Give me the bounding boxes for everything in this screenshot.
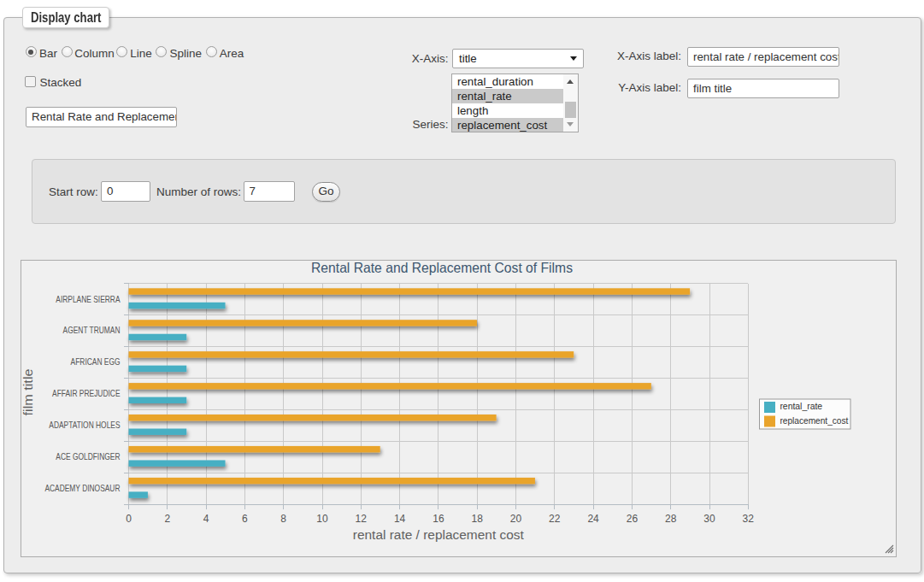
svg-text:AFRICAN EGG: AFRICAN EGG — [71, 356, 121, 367]
svg-text:4: 4 — [203, 513, 209, 525]
svg-text:AIRPLANE SIERRA: AIRPLANE SIERRA — [56, 294, 120, 304]
svg-text:12: 12 — [356, 513, 368, 525]
svg-text:rental rate / replacement cost: rental rate / replacement cost — [353, 527, 525, 542]
svg-text:AGENT TRUMAN: AGENT TRUMAN — [63, 325, 121, 335]
svg-text:18: 18 — [472, 513, 484, 525]
svg-text:16: 16 — [433, 513, 444, 525]
svg-text:20: 20 — [510, 513, 522, 525]
svg-text:24: 24 — [587, 513, 599, 525]
svg-text:film title: film title — [21, 369, 35, 416]
svg-text:0: 0 — [126, 513, 132, 525]
svg-text:26: 26 — [627, 513, 639, 525]
svg-text:14: 14 — [394, 513, 406, 525]
svg-text:28: 28 — [665, 513, 677, 525]
svg-text:30: 30 — [703, 513, 715, 525]
svg-text:6: 6 — [242, 513, 248, 525]
svg-text:replacement_cost: replacement_cost — [780, 415, 849, 426]
svg-text:2: 2 — [164, 513, 170, 525]
svg-text:Rental Rate and Replacement Co: Rental Rate and Replacement Cost of Film… — [311, 260, 573, 275]
svg-text:8: 8 — [280, 513, 286, 525]
svg-text:rental_rate: rental_rate — [780, 401, 822, 411]
svg-text:10: 10 — [316, 513, 328, 525]
svg-text:ACE GOLDFINGER: ACE GOLDFINGER — [56, 451, 121, 461]
svg-text:ACADEMY DINOSAUR: ACADEMY DINOSAUR — [44, 483, 120, 493]
svg-text:AFFAIR PREJUDICE: AFFAIR PREJUDICE — [52, 388, 120, 398]
svg-text:22: 22 — [549, 513, 561, 525]
svg-text:ADAPTATION HOLES: ADAPTATION HOLES — [49, 420, 120, 430]
svg-text:32: 32 — [743, 513, 755, 525]
